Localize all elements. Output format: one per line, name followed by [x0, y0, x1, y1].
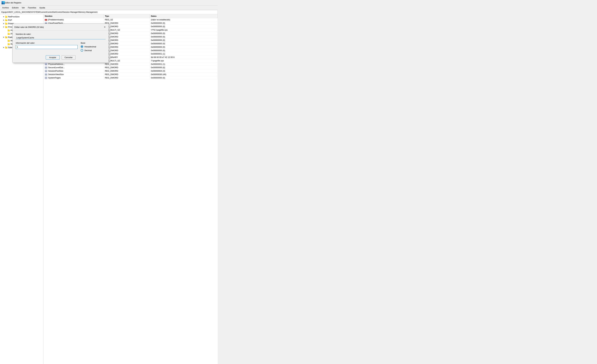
radio-group: Hexadecimal Decimal	[81, 45, 106, 52]
dialog-close-button[interactable]: ✕	[103, 25, 107, 29]
menu-archivo[interactable]: Archivo	[1, 6, 10, 9]
dialog-title: Editar valor de DWORD (32 bits)	[15, 26, 44, 28]
value-name-label: Nombre de valor:	[16, 33, 106, 35]
radio-dec-circle	[81, 49, 83, 52]
cancel-button[interactable]: Cancelar	[62, 55, 76, 60]
dword-dialog: Editar valor de DWORD (32 bits) ✕ Nombre…	[12, 24, 109, 63]
radio-hexadecimal[interactable]: Hexadecimal	[81, 45, 106, 48]
base-section: Base Hexadecimal Decimal	[81, 42, 106, 52]
menu-favoritos[interactable]: Favoritos	[26, 6, 38, 9]
dialog-titlebar: Editar valor de DWORD (32 bits) ✕	[13, 24, 109, 31]
base-label: Base	[81, 42, 106, 44]
value-section: Información del valor:	[16, 42, 78, 49]
breadcrumb: Equipo\HKEY_LOCAL_MACHINE\SYSTEM\Current…	[0, 10, 218, 14]
modal-row: Información del valor: Base Hexadecimal	[16, 42, 106, 52]
main-area: ▶ NetProvision ▶ PnP ▶ Power ▶	[0, 14, 218, 364]
radio-hex-label: Hexadecimal	[84, 46, 96, 48]
modal-buttons: Aceptar Cancelar	[16, 55, 106, 60]
dialog-body: Nombre de valor: Información del valor: …	[13, 31, 109, 63]
modal-overlay: Editar valor de DWORD (32 bits) ✕ Nombre…	[0, 14, 218, 364]
radio-decimal[interactable]: Decimal	[81, 49, 106, 52]
title-bar: Editor del Registro	[0, 0, 218, 6]
menu-bar: Archivo Edición Ver Favoritos Ayuda	[0, 6, 218, 10]
accept-button[interactable]: Aceptar	[46, 55, 60, 60]
value-info-label: Información del valor:	[16, 42, 78, 44]
breadcrumb-path: Equipo\HKEY_LOCAL_MACHINE\SYSTEM\Current…	[1, 11, 97, 13]
menu-ayuda[interactable]: Ayuda	[38, 6, 47, 9]
radio-dec-label: Decimal	[84, 49, 92, 52]
value-name-input[interactable]	[16, 36, 106, 39]
radio-hex-circle	[81, 45, 83, 48]
menu-ver[interactable]: Ver	[20, 6, 26, 9]
app-icon	[1, 1, 5, 4]
value-data-input[interactable]	[16, 45, 78, 49]
menu-edicion[interactable]: Edición	[10, 6, 20, 9]
window-title: Editor del Registro	[5, 1, 21, 4]
